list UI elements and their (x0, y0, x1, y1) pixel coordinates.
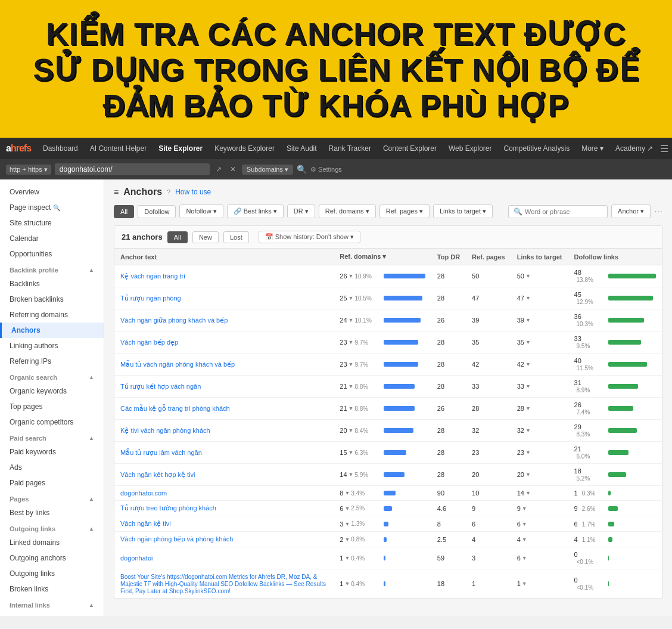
nav-site-audit[interactable]: Site Audit (282, 142, 322, 155)
links-to-target-dropdown-icon[interactable]: ▼ (525, 361, 531, 367)
sidebar-item-top-pages[interactable]: Top pages (0, 399, 104, 414)
sidebar-item-referring-domains[interactable]: Referring domains (0, 307, 104, 323)
ref-domains-dropdown-icon[interactable]: ▼ (349, 273, 354, 279)
nav-menu-icon[interactable]: ☰ (660, 143, 668, 154)
ref-domains-dropdown-icon[interactable]: ▼ (349, 450, 354, 456)
links-to-target-dropdown-icon[interactable]: ▼ (525, 383, 531, 389)
ref-domains-dropdown-icon[interactable]: ▼ (349, 383, 354, 389)
nav-keywords-explorer[interactable]: Keywords Explorer (210, 142, 279, 155)
more-options-icon[interactable]: ⋯ (654, 207, 662, 216)
links-to-target-dropdown-icon[interactable]: ▼ (525, 450, 531, 456)
sidebar-item-referring-ips[interactable]: Referring IPs (0, 354, 104, 369)
nav-site-explorer[interactable]: Site Explorer (154, 142, 207, 155)
col-ref-pages[interactable]: Ref. pages (466, 249, 511, 265)
anchor-link[interactable]: Tủ rượu ngăn phòng (120, 295, 181, 302)
anchor-link[interactable]: Kệ vách ngăn trang trí (120, 272, 185, 280)
tab-all[interactable]: All (167, 231, 188, 243)
nav-academy[interactable]: Academy ↗ (611, 142, 658, 155)
anchor-link[interactable]: dogonhatoi.com (120, 489, 167, 497)
links-to-target-dropdown-icon[interactable]: ▼ (522, 506, 527, 512)
col-links-to-target[interactable]: Links to target (511, 249, 568, 265)
ahrefs-logo[interactable]: ahrefs (6, 143, 31, 154)
ref-domains-dropdown-icon[interactable]: ▼ (344, 537, 350, 543)
sidebar-section-internal-links[interactable]: Internal links ▲ (0, 597, 104, 611)
anchor-link[interactable]: Tủ rượu treo tường phòng khách (120, 504, 216, 512)
links-to-target-dropdown-icon[interactable]: ▼ (525, 295, 531, 301)
sidebar-item-linking-authors[interactable]: Linking authors (0, 338, 104, 354)
filter-ref-domains-button[interactable]: Ref. domains ▾ (319, 204, 376, 218)
ref-domains-dropdown-icon[interactable]: ▼ (344, 506, 350, 512)
anchor-link[interactable]: Kệ tivi vách ngăn phòng khách (120, 427, 210, 434)
col-ref-domains[interactable]: Ref. domains ▾ (334, 249, 431, 265)
sidebar-item-linked-domains[interactable]: Linked domains (0, 535, 104, 550)
ref-domains-dropdown-icon[interactable]: ▼ (344, 521, 350, 527)
subdomains-selector[interactable]: Subdomains ▾ (242, 165, 293, 175)
sidebar-item-organic-competitors[interactable]: Organic competitors (0, 414, 104, 430)
anchor-link[interactable]: Tủ rượu kết hợp vách ngăn (120, 383, 201, 390)
settings-button[interactable]: ⚙ Settings (310, 166, 342, 173)
nav-rank-tracker[interactable]: Rank Tracker (324, 142, 376, 155)
tab-lost[interactable]: Lost (223, 231, 249, 243)
ref-domains-dropdown-icon[interactable]: ▼ (349, 339, 354, 345)
anchor-link[interactable]: Mẫu tủ rượu làm vách ngăn (120, 449, 202, 456)
open-external-button[interactable]: ↗ (213, 164, 224, 175)
ref-domains-dropdown-icon[interactable]: ▼ (344, 490, 350, 496)
sidebar-item-page-inspect[interactable]: Page inspect 🔍 (0, 200, 104, 215)
hamburger-icon[interactable]: ≡ (114, 187, 119, 197)
sidebar-section-pages[interactable]: Pages ▲ (0, 491, 104, 505)
links-to-target-dropdown-icon[interactable]: ▼ (522, 581, 527, 587)
anchor-link[interactable]: Vách ngăn giữa phòng khách và bếp (120, 317, 228, 324)
filter-all-button[interactable]: All (114, 205, 134, 218)
protocol-selector[interactable]: http + https ▾ (6, 165, 51, 175)
ref-domains-dropdown-icon[interactable]: ▼ (349, 317, 354, 323)
anchor-link[interactable]: Vách ngăn kệ tivi (120, 520, 171, 527)
sidebar-section-backlink-profile[interactable]: Backlink profile ▲ (0, 262, 104, 276)
sidebar-section-paid-search[interactable]: Paid search ▲ (0, 430, 104, 444)
sidebar-item-organic-keywords[interactable]: Organic keywords (0, 383, 104, 399)
sidebar-item-best-by-links[interactable]: Best by links (0, 505, 104, 520)
nav-dashboard[interactable]: Dashboard (38, 142, 83, 155)
links-to-target-dropdown-icon[interactable]: ▼ (525, 405, 531, 411)
links-to-target-dropdown-icon[interactable]: ▼ (525, 427, 531, 433)
filter-links-to-target-button[interactable]: Links to target ▾ (433, 204, 493, 218)
ref-domains-dropdown-icon[interactable]: ▼ (344, 555, 350, 561)
filter-ref-pages-button[interactable]: Ref. pages ▾ (379, 204, 430, 218)
clear-url-button[interactable]: ✕ (228, 164, 238, 175)
sidebar-item-paid-pages[interactable]: Paid pages (0, 475, 104, 491)
sidebar-item-opportunities[interactable]: Opportunities (0, 246, 104, 262)
anchor-link[interactable]: Vách ngăn bếp đẹp (120, 339, 178, 346)
ref-domains-dropdown-icon[interactable]: ▼ (349, 472, 354, 478)
anchor-link[interactable]: Boost Your Site's https://dogonhatoi.com… (120, 574, 326, 594)
sidebar-item-anchors[interactable]: Anchors (0, 323, 104, 338)
sidebar-item-broken-links[interactable]: Broken links (0, 581, 104, 597)
sidebar-item-broken-backlinks[interactable]: Broken backlinks (0, 292, 104, 307)
sidebar-item-site-structure[interactable]: Site structure (0, 215, 104, 231)
anchor-link[interactable]: Các mẫu kệ gỗ trang trí phòng khách (120, 405, 230, 412)
links-to-target-dropdown-icon[interactable]: ▼ (522, 521, 527, 527)
anchor-link[interactable]: Vách ngăn phòng bếp và phòng khách (120, 535, 233, 543)
anchor-link[interactable]: Mẫu tủ vách ngăn phòng khách và bếp (120, 361, 235, 368)
filter-dr-button[interactable]: DR ▾ (287, 204, 315, 218)
ref-domains-dropdown-icon[interactable]: ▼ (349, 295, 354, 301)
sidebar-item-outgoing-links[interactable]: Outgoing links (0, 566, 104, 581)
col-top-dr[interactable]: Top DR (431, 249, 466, 265)
sidebar-item-ads[interactable]: Ads (0, 460, 104, 475)
ref-domains-dropdown-icon[interactable]: ▼ (344, 581, 350, 587)
nav-web-explorer[interactable]: Web Explorer (444, 142, 496, 155)
links-to-target-dropdown-icon[interactable]: ▼ (525, 339, 531, 345)
nav-content-explorer[interactable]: Content Explorer (378, 142, 441, 155)
anchor-link[interactable]: Vách ngăn kết hợp kệ tivi (120, 471, 195, 478)
nav-ai-content[interactable]: AI Content Helper (85, 142, 151, 155)
filter-best-links-button[interactable]: 🔗 Best links ▾ (227, 204, 284, 218)
links-to-target-dropdown-icon[interactable]: ▼ (522, 537, 527, 543)
links-to-target-dropdown-icon[interactable]: ▼ (525, 273, 531, 279)
sidebar-section-outgoing-links[interactable]: Outgoing links ▲ (0, 520, 104, 535)
nav-more[interactable]: More ▾ (577, 142, 608, 155)
nav-competitive-analysis[interactable]: Competitive Analysis (499, 142, 574, 155)
sidebar-item-backlinks[interactable]: Backlinks (0, 276, 104, 292)
links-to-target-dropdown-icon[interactable]: ▼ (522, 555, 527, 561)
search-input[interactable] (525, 208, 602, 215)
ref-domains-dropdown-icon[interactable]: ▼ (349, 405, 354, 411)
ref-domains-dropdown-icon[interactable]: ▼ (349, 361, 354, 367)
col-anchor-text[interactable]: Anchor text (114, 249, 334, 265)
